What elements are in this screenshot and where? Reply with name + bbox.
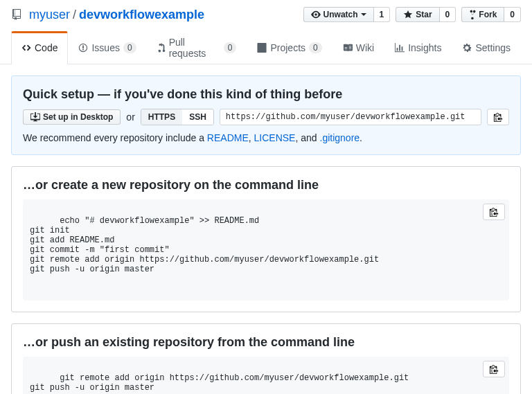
tab-pull-requests[interactable]: Pull requests 0: [147, 31, 247, 64]
breadcrumb: myuser / devworkflowexample: [11, 8, 204, 22]
caret-down-icon: [361, 12, 366, 17]
eye-icon: [311, 10, 321, 19]
graph-icon: [395, 43, 405, 53]
issue-icon: [78, 43, 88, 53]
star-icon: [403, 10, 413, 19]
tab-label: Code: [35, 42, 57, 53]
copy-push-button[interactable]: [483, 361, 505, 377]
recommend-text: We recommend every repository include a …: [23, 132, 509, 143]
breadcrumb-separator: /: [73, 8, 76, 22]
book-icon: [343, 43, 353, 53]
copy-create-button[interactable]: [483, 204, 505, 220]
create-repo-section: …or create a new repository on the comma…: [11, 166, 521, 312]
tab-count: 0: [309, 42, 322, 53]
create-repo-title: …or create a new repository on the comma…: [23, 178, 509, 192]
clipboard-icon: [489, 207, 499, 217]
ssh-button[interactable]: SSH: [182, 109, 213, 125]
gear-icon: [462, 43, 472, 53]
tab-label: Pull requests: [169, 37, 220, 59]
tab-settings[interactable]: Settings: [452, 31, 521, 64]
tab-label: Wiki: [356, 42, 374, 53]
desktop-download-icon: [30, 112, 40, 122]
star-count[interactable]: 0: [440, 7, 456, 22]
https-button[interactable]: HTTPS: [141, 109, 182, 125]
tab-count: 0: [224, 42, 237, 53]
pull-request-icon: [157, 43, 166, 53]
tab-wiki[interactable]: Wiki: [332, 31, 384, 64]
tab-label: Settings: [475, 42, 511, 53]
fork-button[interactable]: Fork: [461, 7, 504, 22]
gitignore-link[interactable]: .gitignore: [320, 132, 360, 143]
copy-url-button[interactable]: [487, 109, 509, 125]
fork-label: Fork: [479, 10, 497, 19]
tab-count: 0: [123, 42, 136, 53]
star-label: Star: [416, 10, 432, 19]
tab-issues[interactable]: Issues 0: [68, 31, 146, 64]
tab-label: Issues: [91, 42, 119, 53]
tab-code[interactable]: Code: [11, 31, 68, 64]
readme-link[interactable]: README: [207, 132, 249, 143]
or-text: or: [126, 111, 134, 123]
code-icon: [21, 43, 31, 53]
clipboard-icon: [493, 112, 503, 122]
create-repo-code: echo "# devworkflowexample" >> README.md…: [23, 199, 509, 301]
setup-desktop-label: Set up in Desktop: [43, 112, 113, 122]
tab-projects[interactable]: Projects 0: [247, 31, 332, 64]
tab-label: Insights: [408, 42, 441, 53]
tab-label: Projects: [270, 42, 305, 53]
repo-icon: [11, 9, 22, 20]
push-repo-section: …or push an existing repository from the…: [11, 323, 521, 394]
star-button[interactable]: Star: [396, 7, 439, 22]
push-repo-title: …or push an existing repository from the…: [23, 335, 509, 350]
protocol-switch: HTTPS SSH: [141, 109, 214, 125]
setup-desktop-button[interactable]: Set up in Desktop: [23, 109, 121, 125]
tab-insights[interactable]: Insights: [384, 31, 452, 64]
push-repo-code: git remote add origin https://github.com…: [23, 357, 509, 394]
clone-url-input[interactable]: [220, 109, 481, 125]
fork-count[interactable]: 0: [504, 7, 521, 22]
clipboard-icon: [489, 364, 499, 374]
quick-setup-box: Quick setup — if you've done this kind o…: [11, 75, 521, 155]
unwatch-button[interactable]: Unwatch: [303, 7, 374, 22]
unwatch-label: Unwatch: [323, 10, 358, 19]
watch-count[interactable]: 1: [374, 7, 391, 22]
repo-tabs: Code Issues 0 Pull requests 0 Projects 0…: [0, 30, 532, 64]
repo-link[interactable]: devworkflowexample: [79, 8, 204, 22]
repo-actions: Unwatch 1 Star 0 Fork 0: [303, 7, 521, 22]
fork-icon: [469, 10, 476, 19]
project-icon: [257, 43, 267, 53]
license-link[interactable]: LICENSE: [254, 132, 296, 143]
owner-link[interactable]: myuser: [29, 8, 70, 22]
quick-setup-title: Quick setup — if you've done this kind o…: [23, 87, 509, 102]
